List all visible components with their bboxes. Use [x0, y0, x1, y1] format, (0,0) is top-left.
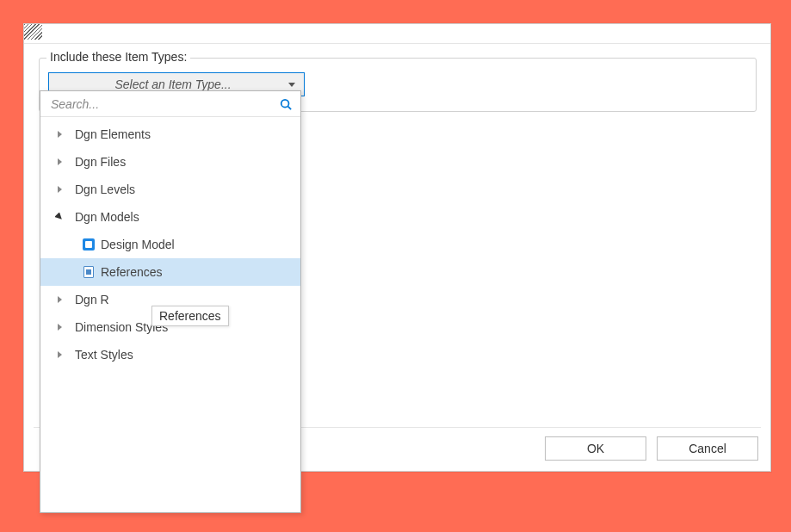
search-icon[interactable] — [278, 96, 294, 112]
tree-item-design-model[interactable]: Design Model — [40, 231, 300, 258]
svg-point-0 — [281, 99, 289, 107]
ok-button[interactable]: OK — [545, 436, 646, 461]
search-input[interactable] — [51, 97, 278, 111]
window-grip-icon — [24, 24, 42, 40]
tree-item-dgn-levels[interactable]: Dgn Levels — [40, 176, 300, 203]
item-type-dropdown: Dgn Elements Dgn Files Dgn Levels Dgn Mo… — [40, 90, 301, 513]
tree-item-dgn-elements[interactable]: Dgn Elements — [40, 121, 300, 148]
search-row — [40, 91, 300, 117]
item-type-tree: Dgn Elements Dgn Files Dgn Levels Dgn Mo… — [40, 117, 300, 368]
tree-item-label: Dgn Levels — [75, 182, 135, 196]
tree-item-text-styles[interactable]: Text Styles — [40, 341, 300, 368]
cancel-button[interactable]: Cancel — [657, 436, 758, 461]
references-icon — [82, 265, 96, 279]
tree-item-label: References — [101, 265, 163, 279]
collapse-icon[interactable] — [53, 210, 66, 224]
expand-icon[interactable] — [53, 155, 66, 169]
tree-item-label: Dgn R — [75, 293, 109, 306]
tree-item-label: Dgn Files — [75, 155, 126, 169]
svg-line-1 — [288, 106, 292, 109]
expand-icon[interactable] — [53, 348, 66, 362]
tree-item-label: Design Model — [101, 238, 175, 251]
tree-item-label: Dgn Models — [75, 210, 139, 224]
select-placeholder: Select an Item Type... — [58, 77, 288, 91]
tooltip: References — [151, 306, 229, 326]
dialog-button-row: OK Cancel — [545, 436, 758, 461]
expand-icon[interactable] — [53, 182, 66, 196]
expand-icon[interactable] — [53, 127, 66, 141]
fieldset-legend: Include these Item Types: — [46, 50, 190, 64]
divider — [24, 43, 770, 44]
tree-item-dgn-files[interactable]: Dgn Files — [40, 148, 300, 176]
tree-item-label: Text Styles — [75, 348, 133, 362]
tree-item-dgn-models[interactable]: Dgn Models — [40, 203, 300, 231]
chevron-down-icon — [288, 83, 295, 87]
tree-item-references[interactable]: References — [40, 258, 300, 286]
expand-icon[interactable] — [53, 293, 66, 306]
design-model-icon — [82, 238, 96, 251]
expand-icon[interactable] — [53, 320, 66, 334]
tree-item-label: Dgn Elements — [75, 127, 151, 141]
